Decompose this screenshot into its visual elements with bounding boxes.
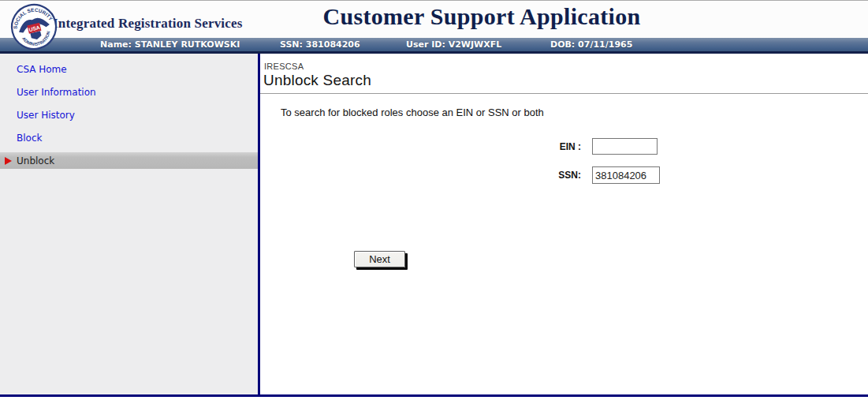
ssn-label: SSN: (518, 168, 581, 182)
sidebar-item-block[interactable]: Block (0, 129, 258, 146)
user-name: Name: STANLEY RUTKOWSKI (100, 38, 240, 51)
sidebar-item-label: User History (17, 110, 75, 121)
customer-support-application-window: SOCIAL SECURITY ADMINISTRATION USA Integ… (0, 0, 868, 400)
page-title: Unblock Search (263, 72, 371, 89)
sidebar-nav: CSA Home User Information User History B… (0, 54, 258, 394)
sidebar-item-label: Block (17, 133, 42, 144)
sidebar-item-user-information[interactable]: User Information (0, 84, 258, 100)
sidebar-item-label: User Information (17, 87, 96, 98)
user-dob: DOB: 07/11/1965 (550, 38, 632, 51)
sidebar-item-user-history[interactable]: User History (0, 107, 258, 123)
ein-label: EIN : (518, 140, 581, 154)
user-ssn: SSN: 381084206 (280, 38, 360, 51)
ssn-input[interactable] (592, 166, 660, 184)
bottom-border (0, 394, 868, 397)
app-title: Customer Support Application (308, 3, 655, 30)
sidebar-item-unblock[interactable]: Unblock (0, 152, 258, 169)
user-info-bar: Name: STANLEY RUTKOWSKI SSN: 381084206 U… (0, 38, 868, 54)
next-button[interactable]: Next (354, 251, 405, 267)
brand-title: Integrated Registration Services (53, 16, 243, 32)
app-header: SOCIAL SECURITY ADMINISTRATION USA Integ… (0, 1, 868, 38)
search-instruction: To search for blocked roles choose an EI… (281, 107, 544, 118)
ein-input[interactable] (592, 138, 658, 155)
main-content: IRESCSA Unblock Search To search for blo… (260, 54, 868, 394)
user-id: User ID: V2WJWXFL (406, 38, 501, 51)
selected-arrow-icon (5, 157, 12, 165)
breadcrumb: IRESCSA (264, 62, 304, 71)
sidebar-item-label: Unblock (17, 155, 54, 166)
sidebar-item-csa-home[interactable]: CSA Home (0, 61, 258, 77)
sidebar-item-label: CSA Home (17, 64, 67, 75)
title-divider (260, 93, 868, 94)
